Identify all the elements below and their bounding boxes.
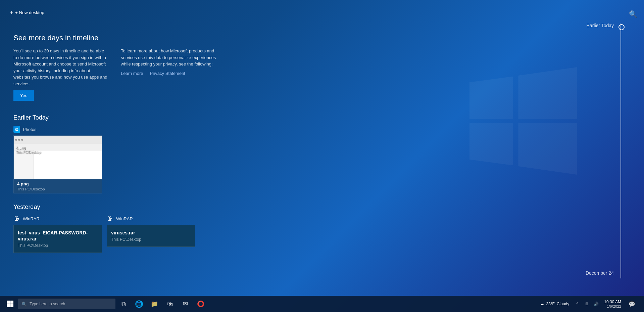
taskbar: 🔍 Type here to search ⧉ 🌐 📁 🛍 ✉ ⭕ ☁ 33°F… (0, 296, 644, 312)
weather-icon: ☁ (540, 302, 544, 306)
privacy-statement-link[interactable]: Privacy Statement (150, 71, 185, 76)
promo-right: To learn more about how Microsoft produc… (121, 48, 221, 101)
promo-right-text: To learn more about how Microsoft produc… (121, 48, 221, 68)
timeline-line (621, 24, 621, 278)
win-quad-4 (10, 304, 13, 307)
tray-volume-icon[interactable]: 🔊 (592, 300, 600, 308)
tray-network-icon[interactable]: 🖥 (583, 300, 591, 308)
file-explorer-icon: 📁 (151, 300, 158, 308)
photos-card-preview: 4.png This PC\Desktop (14, 136, 102, 179)
task-view-button[interactable]: ⧉ (116, 297, 131, 311)
promo-left: You'll see up to 30 days in timeline and… (13, 48, 107, 101)
winrar-card-2-subtitle: This PC\Desktop (111, 237, 191, 242)
file-explorer-button[interactable]: 📁 (147, 297, 162, 311)
file-preview-window: 4.png This PC\Desktop (14, 136, 102, 179)
content-area: See more days in timeline You'll see up … (0, 27, 610, 278)
edge-button[interactable]: 🌐 (132, 297, 146, 311)
system-tray: ☁ 33°F Cloudy ^ 🖥 🔊 10:30 AM 1/6/2022 💬 (537, 297, 641, 311)
dot1 (15, 139, 17, 141)
yesterday-title: Yesterday (13, 204, 597, 211)
dot3 (21, 139, 23, 141)
weather-temp: 33°F (546, 302, 554, 306)
winrar-card-1-title: test_virus_EICAR-PASSWORD-virus.rar (18, 230, 98, 242)
top-search-icon[interactable]: 🔍 (629, 10, 637, 18)
mail-button[interactable]: ✉ (178, 297, 193, 311)
winrar-icon-1: 🗜 (13, 215, 20, 222)
promo-title: See more days in timeline (13, 34, 597, 42)
earlier-today-title: Earlier Today (13, 114, 597, 121)
edge-icon: 🌐 (135, 300, 143, 308)
opera-icon: ⭕ (197, 300, 204, 308)
promo-left-text: You'll see up to 30 days in timeline and… (13, 48, 107, 87)
file-preview-body (14, 150, 102, 179)
photos-card-subtitle: This PC\Desktop (14, 187, 102, 193)
winrar-card-group-1: 🗜 WinRAR test_virus_EICAR-PASSWORD-virus… (13, 215, 102, 253)
promo-links: Learn more Privacy Statement (121, 71, 221, 76)
winrar-card-1[interactable]: test_virus_EICAR-PASSWORD-virus.rar This… (13, 225, 102, 253)
photos-card[interactable]: 4.png This PC\Desktop 4.png This PC\Desk… (13, 135, 102, 193)
earlier-today-cards: 4.png This PC\Desktop 4.png This PC\Desk… (13, 135, 597, 193)
winrar-icon-2: 🗜 (107, 215, 113, 222)
weather-widget[interactable]: ☁ 33°F Cloudy (537, 302, 572, 306)
new-desktop-button[interactable]: + + New desktop (10, 9, 44, 15)
clock-time: 10:30 AM (604, 300, 621, 304)
file-preview-sidebar (14, 150, 34, 179)
new-desktop-label: + New desktop (15, 10, 44, 15)
taskbar-search[interactable]: 🔍 Type here to search (18, 299, 115, 309)
winrar-card-2-title: viruses.rar (111, 230, 191, 236)
file-preview-main (34, 150, 102, 179)
taskbar-search-placeholder: Type here to search (30, 302, 65, 306)
win-quad-3 (7, 304, 10, 307)
mail-icon: ✉ (183, 300, 188, 308)
learn-more-link[interactable]: Learn more (121, 71, 143, 76)
notification-icon: 💬 (629, 301, 635, 307)
photos-app-icon: 🖼 (13, 126, 20, 133)
clock-date: 1/6/2022 (604, 304, 621, 308)
file-preview-toolbar (14, 144, 102, 150)
photos-card-title: 4.png (14, 179, 102, 187)
winrar-app-header-2: 🗜 WinRAR (107, 215, 195, 222)
tray-chevron[interactable]: ^ (573, 300, 581, 308)
start-button[interactable] (3, 297, 17, 311)
photos-app-name: Photos (23, 127, 36, 132)
winrar-card-2[interactable]: viruses.rar This PC\Desktop (107, 225, 195, 247)
store-button[interactable]: 🛍 (162, 297, 177, 311)
windows-icon (7, 301, 13, 307)
yesterday-cards: 🗜 WinRAR test_virus_EICAR-PASSWORD-virus… (13, 215, 597, 253)
clock-widget[interactable]: 10:30 AM 1/6/2022 (601, 300, 624, 308)
timeline-dot (618, 24, 625, 30)
winrar-app-name-1: WinRAR (23, 216, 40, 221)
task-view-icon: ⧉ (121, 301, 126, 308)
opera-button[interactable]: ⭕ (193, 297, 208, 311)
file-preview-label: 4.png (16, 146, 26, 150)
yes-button[interactable]: Yes (13, 90, 34, 101)
winrar-app-header-1: 🗜 WinRAR (13, 215, 102, 222)
taskbar-search-icon: 🔍 (21, 302, 27, 307)
winrar-app-name-2: WinRAR (116, 216, 133, 221)
win-quad-1 (7, 301, 10, 304)
notification-button[interactable]: 💬 (625, 297, 639, 311)
dot2 (18, 139, 20, 141)
file-preview-path: This PC\Desktop (16, 150, 41, 154)
weather-condition: Cloudy (557, 302, 569, 306)
winrar-card-1-subtitle: This PC\Desktop (18, 243, 98, 248)
promo-body: You'll see up to 30 days in timeline and… (13, 48, 597, 101)
winrar-card-group-2: 🗜 WinRAR viruses.rar This PC\Desktop (107, 215, 195, 253)
file-preview-dots (15, 139, 23, 141)
plus-icon: + (10, 9, 13, 15)
promo-section: See more days in timeline You'll see up … (13, 34, 597, 101)
photos-app-header: 🖼 Photos (13, 126, 597, 133)
win-quad-2 (10, 301, 13, 304)
store-icon: 🛍 (167, 301, 173, 308)
file-preview-top-bar (14, 136, 102, 144)
